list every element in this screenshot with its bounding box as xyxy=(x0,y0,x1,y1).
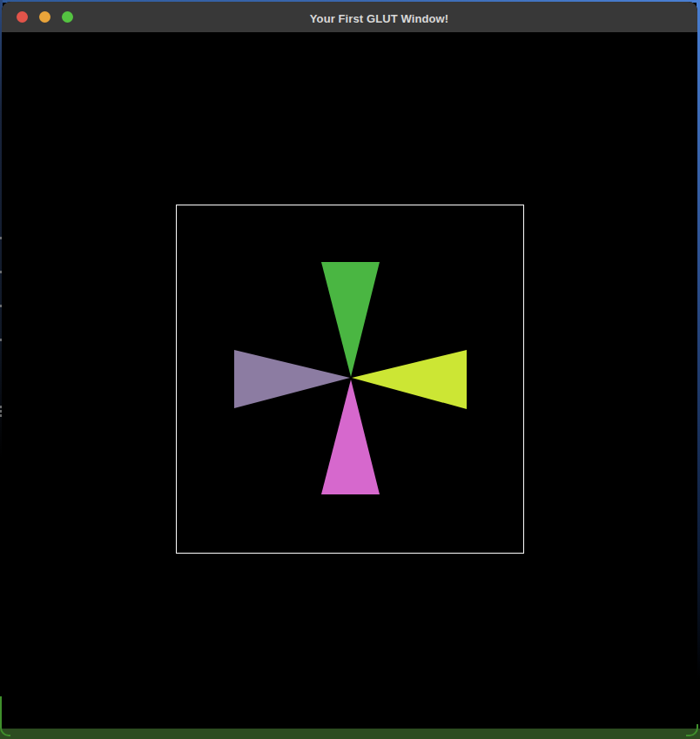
desktop-background: Your First GLUT Window! xyxy=(0,0,700,739)
desktop-bottom-green-strip xyxy=(0,729,700,739)
zoom-button[interactable] xyxy=(62,11,73,23)
minimize-button[interactable] xyxy=(39,11,50,23)
close-button[interactable] xyxy=(17,11,28,23)
window-titlebar[interactable]: Your First GLUT Window! xyxy=(2,2,697,32)
opengl-canvas xyxy=(2,32,697,729)
traffic-light-buttons xyxy=(2,11,73,23)
glut-app-window: Your First GLUT Window! xyxy=(2,2,697,729)
window-title: Your First GLUT Window! xyxy=(310,11,448,24)
